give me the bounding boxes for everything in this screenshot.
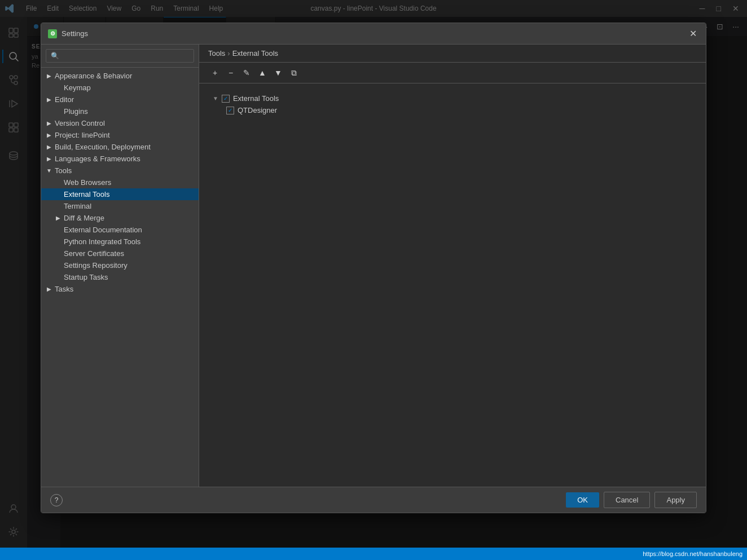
tree-item-diff-merge[interactable]: ▶ Diff & Merge bbox=[41, 212, 199, 224]
tree-item-label: Python Integrated Tools bbox=[64, 237, 140, 246]
settings-tree: ▶ Appearance & Behavior Keymap ▶ Editor bbox=[41, 68, 199, 487]
tree-arrow-icon: ▶ bbox=[46, 120, 52, 126]
settings-dialog: ⚙ Settings ✕ ▶ Appearance & Behavior bbox=[41, 23, 706, 513]
breadcrumb-separator-icon: › bbox=[227, 49, 230, 58]
apply-button[interactable]: Apply bbox=[654, 492, 697, 508]
statusbar: https://blog.csdn.net/hanshanbuleng bbox=[0, 548, 747, 560]
breadcrumb-current: External Tools bbox=[232, 49, 278, 58]
tree-item-label: Keymap bbox=[64, 83, 91, 92]
tree-item-label: External Documentation bbox=[64, 226, 142, 234]
tree-arrow-icon: ▶ bbox=[46, 156, 52, 162]
dialog-footer: ? OK Cancel Apply bbox=[41, 487, 706, 513]
tree-item-label: Build, Execution, Deployment bbox=[55, 143, 151, 151]
tree-item-label: Version Control bbox=[55, 119, 105, 127]
dialog-close-button[interactable]: ✕ bbox=[687, 27, 699, 40]
tree-item-tasks[interactable]: ▶ Tasks ⧉ bbox=[41, 283, 199, 295]
breadcrumb-parent[interactable]: Tools bbox=[208, 49, 225, 58]
footer-left: ? bbox=[50, 494, 63, 506]
external-tools-checkbox[interactable]: ✓ bbox=[222, 95, 230, 103]
dialog-overlay: ⚙ Settings ✕ ▶ Appearance & Behavior bbox=[0, 0, 747, 560]
qtdesigner-label: QTDesigner bbox=[238, 106, 277, 114]
tool-tree-qtdesigner[interactable]: ✓ QTDesigner bbox=[208, 104, 697, 116]
qtdesigner-checkbox[interactable]: ✓ bbox=[226, 107, 234, 114]
tree-arrow-icon: ▶ bbox=[46, 286, 52, 292]
tree-item-appearance[interactable]: ▶ Appearance & Behavior bbox=[41, 70, 199, 82]
tree-item-settings-repo[interactable]: Settings Repository bbox=[41, 259, 199, 271]
tree-arrow-icon: ▶ bbox=[46, 144, 52, 150]
tree-item-web-browsers[interactable]: Web Browsers bbox=[41, 177, 199, 188]
tree-item-label: Settings Repository bbox=[64, 261, 128, 270]
tree-item-external-docs[interactable]: External Documentation bbox=[41, 224, 199, 236]
tree-item-label: Languages & Frameworks bbox=[55, 155, 140, 163]
tree-item-label: Project: linePoint bbox=[55, 131, 110, 139]
tree-item-external-tools[interactable]: External Tools bbox=[41, 188, 199, 200]
tree-item-label: Startup Tasks bbox=[64, 273, 108, 281]
tree-item-label: Plugins bbox=[64, 107, 88, 116]
help-button[interactable]: ? bbox=[50, 494, 63, 506]
dialog-titlebar: ⚙ Settings ✕ bbox=[41, 23, 706, 45]
tree-arrow-icon: ▶ bbox=[55, 215, 61, 221]
statusbar-url: https://blog.csdn.net/hanshanbuleng bbox=[643, 550, 742, 557]
tool-tree-root[interactable]: ▼ ✓ External Tools bbox=[208, 92, 697, 104]
copy-tool-button[interactable]: ⧉ bbox=[287, 66, 301, 80]
settings-toolbar: + − ✎ ▲ ▼ ⧉ bbox=[199, 63, 706, 83]
settings-main: Tools › External Tools + − ✎ ▲ ▼ ⧉ bbox=[199, 45, 706, 487]
move-up-button[interactable]: ▲ bbox=[256, 66, 269, 80]
ok-button[interactable]: OK bbox=[566, 492, 599, 508]
tree-item-label: External Tools bbox=[64, 190, 109, 199]
tree-item-label: Diff & Merge bbox=[64, 214, 104, 222]
tree-arrow-icon: ▶ bbox=[46, 96, 52, 103]
tree-arrow-icon: ▶ bbox=[46, 73, 52, 79]
tree-item-languages[interactable]: ▶ Languages & Frameworks bbox=[41, 153, 199, 165]
settings-content: ▼ ✓ External Tools ✓ QTDesigner bbox=[199, 83, 706, 487]
tool-tree-expand-icon: ▼ bbox=[213, 95, 218, 102]
tree-item-label: Appearance & Behavior bbox=[55, 72, 132, 80]
add-tool-button[interactable]: + bbox=[208, 66, 222, 80]
move-down-button[interactable]: ▼ bbox=[271, 66, 285, 80]
tree-item-editor[interactable]: ▶ Editor bbox=[41, 94, 199, 105]
tree-item-python-tools[interactable]: Python Integrated Tools ⧉ bbox=[41, 236, 199, 248]
settings-search-input[interactable] bbox=[46, 49, 194, 63]
tree-item-label: Web Browsers bbox=[64, 178, 111, 187]
tree-item-terminal[interactable]: Terminal ⧉ bbox=[41, 200, 199, 212]
tree-arrow-icon: ▼ bbox=[46, 167, 52, 174]
tree-arrow-icon: ▶ bbox=[46, 132, 52, 138]
tree-item-label: Server Certificates bbox=[64, 249, 124, 258]
breadcrumb: Tools › External Tools bbox=[199, 45, 706, 63]
tree-item-label: Terminal bbox=[64, 202, 91, 210]
settings-search-container bbox=[41, 45, 199, 68]
tree-item-server-certs[interactable]: Server Certificates bbox=[41, 248, 199, 259]
tree-item-build[interactable]: ▶ Build, Execution, Deployment bbox=[41, 141, 199, 153]
tree-item-startup-tasks[interactable]: Startup Tasks ⧉ bbox=[41, 271, 199, 283]
tree-item-project[interactable]: ▶ Project: linePoint ⧉ bbox=[41, 129, 199, 141]
edit-tool-button[interactable]: ✎ bbox=[240, 66, 253, 80]
tree-item-label: Tools bbox=[55, 166, 72, 175]
external-tools-label: External Tools bbox=[233, 94, 279, 103]
settings-sidebar: ▶ Appearance & Behavior Keymap ▶ Editor bbox=[41, 45, 199, 487]
tree-item-plugins[interactable]: Plugins bbox=[41, 105, 199, 117]
cancel-button[interactable]: Cancel bbox=[604, 492, 650, 508]
tree-item-label: Tasks bbox=[55, 285, 73, 293]
settings-icon: ⚙ bbox=[48, 29, 57, 38]
tree-item-label: Editor bbox=[55, 95, 74, 104]
dialog-title: ⚙ Settings bbox=[48, 29, 88, 38]
tree-item-version-control[interactable]: ▶ Version Control ⧉ bbox=[41, 117, 199, 129]
remove-tool-button[interactable]: − bbox=[224, 66, 238, 80]
dialog-body: ▶ Appearance & Behavior Keymap ▶ Editor bbox=[41, 45, 706, 487]
tree-item-keymap[interactable]: Keymap bbox=[41, 82, 199, 94]
tree-item-tools[interactable]: ▼ Tools bbox=[41, 165, 199, 177]
dialog-title-text: Settings bbox=[61, 29, 88, 38]
